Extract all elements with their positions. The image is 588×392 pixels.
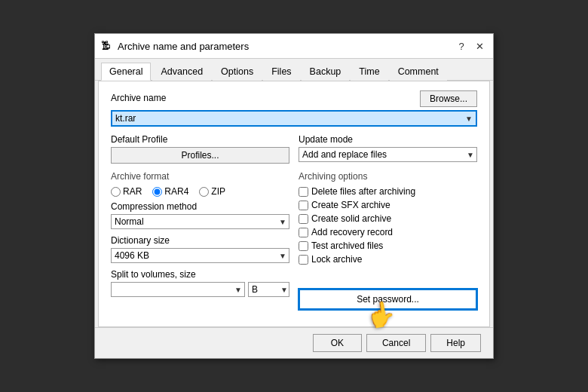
tab-time[interactable]: Time (351, 63, 387, 81)
dictionary-section: Dictionary size 128 KB 256 KB 512 KB 102… (111, 235, 289, 263)
dictionary-size-select[interactable]: 128 KB 256 KB 512 KB 1024 KB 2048 KB 409… (111, 248, 289, 263)
split-volumes-label: Split to volumes, size (111, 269, 289, 280)
tab-general[interactable]: General (101, 63, 151, 81)
set-password-button[interactable]: Set password... (299, 289, 477, 310)
tab-advanced[interactable]: Advanced (152, 63, 211, 81)
set-password-section: Set password... (299, 289, 477, 310)
archiving-options-checkboxes: Delete files after archiving Create SFX … (299, 186, 477, 265)
split-volumes-section: Split to volumes, size 100 200 700 ▼ (111, 269, 289, 297)
option-lock-archive[interactable]: Lock archive (299, 254, 477, 265)
archive-name-dropdown-icon[interactable]: ▼ (465, 115, 473, 123)
split-unit-select-wrapper: B KB MB GB ▼ (248, 282, 289, 297)
dictionary-size-label: Dictionary size (111, 235, 289, 246)
compression-section: Compression method Store Fastest Fast No… (111, 201, 289, 229)
format-radio-group: RAR RAR4 ZIP (111, 186, 289, 197)
split-volumes-row: 100 200 700 ▼ B KB MB (111, 282, 289, 297)
option-test-archived[interactable]: Test archived files (299, 240, 477, 251)
app-icon: 🗜 (101, 40, 113, 52)
update-mode-select[interactable]: Add and replace files Update and add fil… (299, 147, 477, 162)
format-zip[interactable]: ZIP (199, 186, 225, 197)
compression-method-select[interactable]: Store Fastest Fast Normal Good Best (111, 214, 289, 229)
main-content: Archive name Browse... ▼ Default Profile… (98, 81, 490, 327)
split-size-select[interactable]: 100 200 700 (111, 282, 245, 297)
default-profile-label: Default Profile (111, 134, 289, 145)
update-mode-select-wrapper: Add and replace files Update and add fil… (299, 147, 477, 162)
compression-method-label: Compression method (111, 201, 289, 212)
close-button[interactable]: ✕ (472, 38, 487, 54)
format-rar[interactable]: RAR (111, 186, 142, 197)
archive-name-field-wrapper: ▼ (111, 110, 477, 127)
dictionary-select-wrapper: 128 KB 256 KB 512 KB 1024 KB 2048 KB 409… (111, 248, 289, 263)
format-col: Archive format RAR RAR4 ZIP (111, 171, 289, 310)
split-unit-select[interactable]: B KB MB GB (248, 282, 289, 297)
ok-button[interactable]: OK (313, 334, 362, 352)
tab-files[interactable]: Files (263, 63, 299, 81)
archive-name-input[interactable] (115, 113, 465, 124)
option-delete-files[interactable]: Delete files after archiving (299, 186, 477, 197)
profile-update-row: Default Profile Profiles... Update mode … (111, 134, 477, 164)
dialog-title: Archive name and parameters (118, 41, 249, 52)
format-options-row: Archive format RAR RAR4 ZIP (111, 171, 477, 310)
option-create-sfx[interactable]: Create SFX archive (299, 200, 477, 210)
browse-button[interactable]: Browse... (420, 90, 477, 107)
archive-name-label: Archive name (111, 93, 166, 103)
update-mode-label: Update mode (299, 134, 477, 145)
option-create-solid[interactable]: Create solid archive (299, 213, 477, 224)
help-button[interactable]: ? (454, 38, 469, 54)
format-rar4[interactable]: RAR4 (152, 186, 188, 197)
archive-format-label: Archive format (111, 171, 289, 182)
title-bar: 🗜 Archive name and parameters ? ✕ (95, 34, 493, 59)
option-add-recovery[interactable]: Add recovery record (299, 227, 477, 237)
profiles-button[interactable]: Profiles... (111, 147, 289, 164)
archiving-options-label: Archiving options (299, 171, 477, 182)
archiving-options-col: Archiving options Delete files after arc… (299, 171, 477, 310)
tab-backup[interactable]: Backup (302, 63, 350, 81)
tab-comment[interactable]: Comment (390, 63, 447, 81)
tab-bar: General Advanced Options Files Backup Ti… (95, 59, 493, 81)
profile-col: Default Profile Profiles... (111, 134, 289, 164)
split-size-select-wrapper: 100 200 700 ▼ (111, 282, 245, 297)
footer: OK Cancel Help (95, 327, 493, 358)
cancel-button[interactable]: Cancel (366, 334, 426, 352)
tab-options[interactable]: Options (213, 63, 262, 81)
compression-select-wrapper: Store Fastest Fast Normal Good Best ▼ (111, 214, 289, 229)
help-footer-button[interactable]: Help (430, 334, 481, 352)
update-mode-col: Update mode Add and replace files Update… (299, 134, 477, 164)
